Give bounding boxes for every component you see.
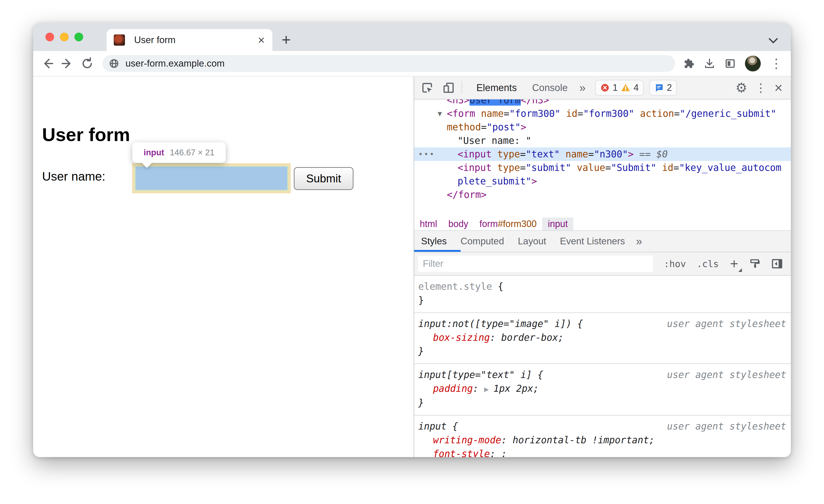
tooltip-dimensions: 146.67 × 21 [170, 148, 214, 158]
tab-layout[interactable]: Layout [511, 236, 553, 246]
dom-tree-row[interactable]: ▼<form name="form300" id="form300" actio… [414, 107, 791, 120]
rule-close-brace: } [414, 396, 791, 410]
toggle-hover-state-button[interactable]: :hov [664, 259, 686, 269]
code-token: </h3> [521, 99, 549, 106]
reload-icon[interactable] [81, 58, 93, 70]
devtools-menu-kebab-icon[interactable]: ⋮ [755, 82, 766, 94]
styles-filter-input[interactable] [418, 256, 653, 272]
style-editor-brush-icon[interactable] [749, 258, 760, 269]
property-name: font-style [433, 448, 490, 457]
css-property[interactable]: padding: ▶ 1px 2px; [414, 382, 791, 396]
dom-tree-row[interactable]: </form> [414, 188, 791, 201]
code-token: <input [457, 149, 492, 160]
more-panel-tabs-chevrons-icon[interactable]: » [636, 235, 642, 248]
submit-button[interactable]: Submit [294, 167, 353, 190]
window-controls [33, 23, 83, 51]
rule-selector: input[type="text" i] [418, 369, 532, 380]
style-rule-section[interactable]: element.style {} [414, 276, 791, 313]
tab-close-icon[interactable]: × [258, 34, 265, 46]
css-property[interactable]: writing-mode: horizontal-tb !important; [414, 433, 791, 447]
style-rule-section[interactable]: input:not([type="image" i]) {user agent … [414, 313, 791, 364]
extensions-puzzle-icon[interactable] [683, 58, 695, 69]
url-text[interactable]: user-form.example.com [125, 58, 225, 69]
active-tab-underline [414, 250, 460, 252]
code-token: name [560, 149, 588, 160]
rule-selector: element.style [418, 281, 492, 292]
new-tab-button[interactable]: + [282, 32, 291, 47]
dom-tree-row[interactable]: plete_submit"> [414, 175, 791, 188]
breadcrumb-item[interactable]: body [443, 218, 474, 230]
browser-toolbar: user-form.example.com ⋮ [33, 51, 791, 77]
forward-icon[interactable] [61, 58, 74, 70]
tab-search-chevron-icon[interactable] [768, 37, 779, 44]
close-window-button[interactable] [45, 33, 54, 41]
code-token: > [628, 149, 633, 160]
browser-menu-kebab-icon[interactable]: ⋮ [770, 57, 783, 70]
code-token: = [578, 108, 583, 119]
more-tabs-chevrons-icon[interactable]: » [580, 81, 586, 94]
property-name: writing-mode [433, 435, 501, 445]
settings-gear-icon[interactable]: ⚙ [735, 81, 747, 94]
new-style-rule-button[interactable]: + [730, 257, 738, 271]
code-token: </form> [447, 189, 487, 200]
style-rule-section[interactable]: input[type="text" i] {user agent stylesh… [414, 364, 791, 415]
expander-arrow-icon[interactable]: ▼ [438, 107, 442, 120]
inspect-element-icon[interactable] [421, 81, 433, 94]
breadcrumb-item[interactable]: html [414, 218, 443, 230]
message-icon [654, 83, 663, 92]
dom-row-gutter-dots[interactable]: ••• [418, 147, 435, 161]
toggle-class-button[interactable]: .cls [697, 259, 719, 269]
breadcrumb-item[interactable]: form#form300 [474, 218, 542, 230]
breadcrumb-part: html [420, 219, 437, 229]
dom-tree-row[interactable]: <h3>User form</h3> [414, 99, 791, 107]
devtools-close-icon[interactable]: × [774, 81, 783, 95]
browser-tab[interactable]: User form × [107, 29, 272, 51]
code-token: id [560, 108, 578, 119]
tab-styles[interactable]: Styles [414, 236, 454, 246]
code-token: > [521, 122, 526, 133]
code-token: value [571, 162, 605, 173]
issues-badge[interactable]: 2 [649, 80, 677, 96]
issues-count: 2 [666, 82, 672, 93]
tab-event-listeners[interactable]: Event Listeners [553, 236, 632, 246]
tab-elements[interactable]: Elements [477, 82, 517, 93]
errors-warnings-badge[interactable]: 1 4 [595, 80, 644, 96]
rule-selector: input [418, 421, 446, 432]
minimize-window-button[interactable] [60, 33, 69, 41]
style-rule-section[interactable]: input {user agent stylesheetwriting-mode… [414, 415, 791, 457]
breadcrumb-item[interactable]: input [542, 218, 573, 230]
code-token: <form [447, 108, 475, 119]
code-token: = [520, 149, 526, 160]
css-property[interactable]: font-style: ; [414, 447, 791, 457]
breadcrumb: htmlbodyform#form300input [414, 218, 791, 231]
dock-sidebar-icon[interactable] [771, 258, 783, 270]
tab-computed[interactable]: Computed [454, 236, 511, 246]
tab-console[interactable]: Console [532, 82, 568, 93]
dom-tree-row[interactable]: "User name: " [414, 134, 791, 147]
breadcrumb-part: #form300 [498, 219, 537, 229]
expand-shorthand-icon[interactable]: ▶ [484, 385, 494, 394]
device-toolbar-icon[interactable] [442, 81, 455, 94]
profile-avatar[interactable] [745, 56, 761, 72]
dom-tree-row[interactable]: <input type="submit" value="Submit" id="… [414, 161, 791, 175]
back-icon[interactable] [41, 58, 54, 70]
download-icon[interactable] [704, 58, 715, 69]
dom-tree-row[interactable]: method="post"> [414, 120, 791, 134]
code-token: > [531, 176, 537, 187]
devtools-panel: Elements Console » 1 4 2 ⚙ ⋮ × [414, 77, 791, 457]
site-globe-icon [109, 59, 119, 68]
side-panel-icon[interactable] [725, 58, 736, 69]
code-token: "/generic_submit" [680, 108, 776, 119]
username-input[interactable] [135, 166, 288, 191]
username-label: User name: [42, 169, 105, 183]
error-icon [600, 83, 610, 92]
code-token: = [481, 122, 487, 133]
dom-tree-row[interactable]: •••<input type="text" name="n300"> == $0 [414, 147, 791, 161]
code-token: plete_submit" [457, 176, 531, 187]
code-token: "key_value_autocom [679, 162, 782, 173]
address-bar[interactable]: user-form.example.com [103, 55, 675, 72]
code-token: == [634, 149, 656, 160]
zoom-window-button[interactable] [75, 33, 83, 41]
css-property[interactable]: box-sizing: border-box; [414, 331, 791, 344]
code-token: "post" [487, 122, 521, 133]
